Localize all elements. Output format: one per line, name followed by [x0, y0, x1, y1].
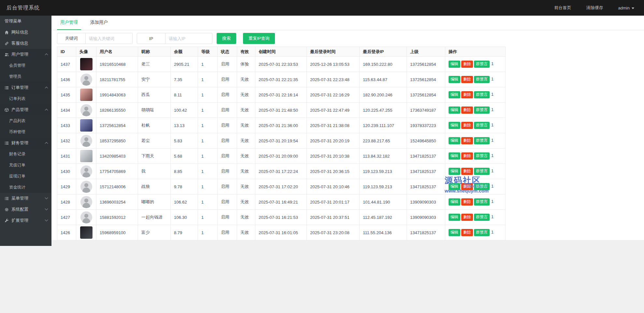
sidebar-item-extension-management[interactable]: 扩展管理	[0, 215, 51, 226]
group-mute-button[interactable]: 群禁言	[474, 122, 490, 129]
sidebar-item-finance-management[interactable]: 财务管理	[0, 137, 51, 149]
cell-valid: 无效	[237, 87, 255, 103]
edit-button[interactable]: 编辑	[449, 229, 460, 236]
cell-balance: 106.30	[171, 210, 198, 225]
cell-superior: 13909090303	[407, 194, 445, 210]
delete-button[interactable]: 删除	[461, 61, 473, 68]
edit-button[interactable]: 编辑	[449, 214, 460, 221]
delete-button[interactable]: 删除	[461, 76, 473, 83]
cell-nickname: 下雨天	[138, 149, 171, 164]
list-icon	[5, 196, 11, 201]
cell-last-login-time: 2025-07-31 20:20:19	[307, 133, 360, 149]
edit-button[interactable]: 编辑	[449, 137, 460, 144]
frontend-home-link[interactable]: 前台首页	[554, 5, 571, 11]
edit-button[interactable]: 编辑	[449, 152, 460, 160]
delete-button[interactable]: 删除	[461, 229, 473, 236]
delete-button[interactable]: 删除	[461, 152, 473, 160]
sidebar-item-product-management[interactable]: 产品管理	[0, 104, 51, 115]
delete-button[interactable]: 删除	[461, 168, 473, 175]
cell-status: 启用	[218, 118, 237, 133]
edit-button[interactable]: 编辑	[449, 76, 460, 83]
sidebar-item-service-info[interactable]: 客服信息	[0, 38, 51, 49]
cell-last-login-ip: 120.239.111.107	[360, 118, 407, 133]
cell-id: 1432	[57, 133, 76, 149]
sidebar-subitem[interactable]: 币种管理	[0, 126, 51, 137]
group-mute-button[interactable]: 群禁言	[474, 183, 490, 190]
edit-button[interactable]: 编辑	[449, 107, 460, 114]
table-row: 143719216510468老三2905.211启用体验2025-07-31 …	[57, 57, 506, 72]
chevron-down-icon	[45, 218, 48, 221]
table-row: 143418266135550萌萌哒100.421启用无效2025-07-31 …	[57, 103, 506, 118]
avatar	[80, 119, 93, 132]
sidebar-subitem[interactable]: 会员管理	[0, 60, 51, 71]
tab-user-management[interactable]: 用户管理	[57, 16, 81, 30]
cell-created-time: 2025-07-31 22:33:53	[255, 57, 307, 72]
sidebar-item-order-management[interactable]: 订单管理	[0, 82, 51, 93]
sidebar-subitem[interactable]: 充值订单	[0, 160, 51, 171]
sidebar-subitem[interactable]: 资金统计	[0, 182, 51, 193]
cell-avatar	[76, 133, 96, 149]
group-mute-button[interactable]: 群禁言	[474, 198, 490, 206]
delete-button[interactable]: 删除	[461, 214, 473, 221]
edit-button[interactable]: 编辑	[449, 183, 460, 190]
sidebar-item-system-config[interactable]: 系统配置	[0, 204, 51, 215]
sidebar-subitem[interactable]: 产品列表	[0, 115, 51, 126]
edit-button[interactable]: 编辑	[449, 91, 460, 98]
sidebar-subitem[interactable]: 财务记录	[0, 149, 51, 160]
group-mute-button[interactable]: 群禁言	[474, 137, 490, 144]
cell-nickname: 战狼	[138, 179, 171, 194]
edit-button[interactable]: 编辑	[449, 122, 460, 129]
group-mute-button[interactable]: 群禁言	[474, 229, 490, 236]
delete-button[interactable]: 删除	[461, 107, 473, 114]
edit-button[interactable]: 编辑	[449, 61, 460, 68]
group-mute-button[interactable]: 群禁言	[474, 152, 490, 160]
group-mute-button[interactable]: 群禁言	[474, 61, 490, 68]
cell-last-login-time: 2025-07-31 20:36:15	[307, 164, 360, 179]
delete-button[interactable]: 删除	[461, 183, 473, 190]
delete-button[interactable]: 删除	[461, 198, 473, 206]
cell-last-login-time: 2025-07-31 22:47:49	[307, 103, 360, 118]
cell-last-login-ip: 182.90.200.246	[360, 87, 407, 103]
cell-username: 15712148006	[96, 179, 138, 194]
duplicate-ip-query-button[interactable]: 重复IP查询	[243, 33, 275, 44]
chevron-up-icon	[45, 142, 48, 145]
cell-superior: 13471825137	[407, 164, 445, 179]
group-mute-button[interactable]: 群禁言	[474, 107, 490, 114]
cell-superior: 13471825137	[407, 225, 445, 240]
cell-last-login-time: 2025-07-31 20:10:46	[307, 179, 360, 194]
keyword-input[interactable]	[86, 33, 133, 44]
cell-last-login-ip: 111.55.204.136	[360, 225, 407, 240]
ip-input[interactable]	[165, 33, 212, 44]
sidebar-header: 管理菜单	[0, 16, 51, 27]
tab-add-user[interactable]: 添加用户	[87, 16, 111, 30]
sidebar-subitem[interactable]: 订单列表	[0, 93, 51, 104]
clear-cache-link[interactable]: 清除缓存	[586, 5, 603, 11]
column-header: 最后登录时间	[307, 47, 360, 57]
cell-avatar	[76, 87, 96, 103]
search-button[interactable]: 搜索	[217, 33, 236, 44]
cell-actions: 编辑删除群禁言1	[445, 57, 506, 72]
cell-created-time: 2025-07-31 22:16:14	[255, 87, 307, 103]
delete-button[interactable]: 删除	[461, 137, 473, 144]
sidebar-subitem[interactable]: 提现订单	[0, 171, 51, 182]
cell-actions: 编辑删除群禁言1	[445, 164, 506, 179]
group-mute-button[interactable]: 群禁言	[474, 214, 490, 221]
group-mute-button[interactable]: 群禁言	[474, 168, 490, 175]
cell-last-login-time: 2025-07-31 20:01:17	[307, 194, 360, 210]
cell-valid: 无效	[237, 164, 255, 179]
delete-button[interactable]: 删除	[461, 91, 473, 98]
delete-button[interactable]: 删除	[461, 122, 473, 129]
cell-created-time: 2025-07-31 16:21:53	[255, 210, 307, 225]
sidebar-item-site-info[interactable]: 网站信息	[0, 27, 51, 38]
edit-button[interactable]: 编辑	[449, 198, 460, 206]
group-mute-button[interactable]: 群禁言	[474, 91, 490, 98]
sidebar-item-user-management[interactable]: 用户管理	[0, 49, 51, 60]
group-mute-button[interactable]: 群禁言	[474, 76, 490, 83]
cell-username: 19216510468	[96, 57, 138, 72]
user-menu[interactable]: admin	[618, 6, 634, 10]
cell-id: 1429	[57, 179, 76, 194]
edit-button[interactable]: 编辑	[449, 168, 460, 175]
sidebar-item-menu-management[interactable]: 菜单管理	[0, 193, 51, 204]
sidebar-subitem[interactable]: 管理员	[0, 71, 51, 82]
column-header: 上级	[407, 47, 445, 57]
